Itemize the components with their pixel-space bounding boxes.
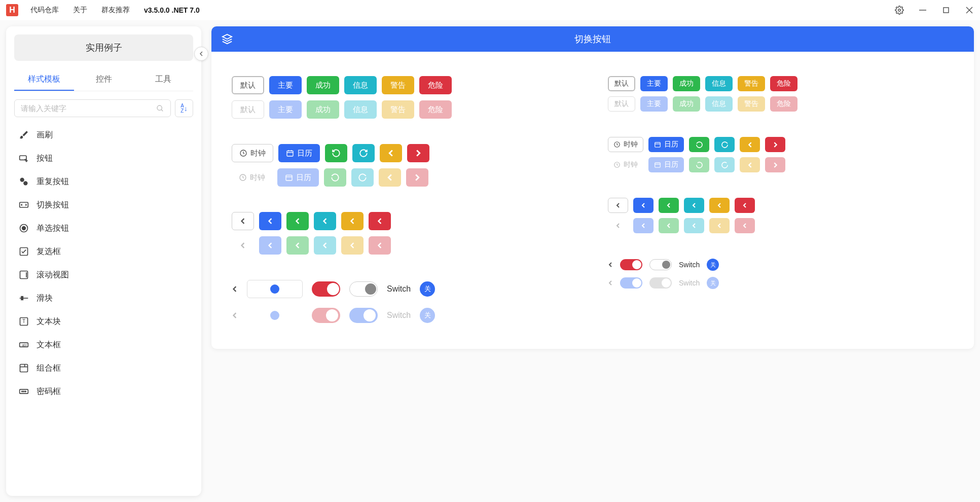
btn-refresh-ccw-disabled[interactable]	[324, 168, 346, 187]
sq-default-disabled[interactable]	[232, 236, 254, 255]
badge-sm-close[interactable]: 关	[707, 259, 719, 271]
sq-sm-danger[interactable]	[735, 198, 755, 213]
switch-off[interactable]	[349, 281, 378, 297]
btn-refresh-cw-disabled[interactable]	[351, 168, 374, 187]
btn-clock-disabled[interactable]: 时钟	[232, 168, 272, 187]
btn-refresh-cw[interactable]	[352, 144, 375, 162]
sq-success[interactable]	[286, 212, 309, 230]
sq-danger[interactable]	[369, 212, 391, 230]
btn-success[interactable]: 成功	[307, 76, 339, 94]
btn-chevron-right[interactable]	[407, 144, 429, 162]
btn-default-disabled[interactable]: 默认	[232, 100, 264, 119]
sq-info[interactable]	[314, 212, 336, 230]
btn-sm-warning[interactable]: 警告	[738, 76, 765, 91]
sq-sm-info[interactable]	[684, 198, 704, 213]
nav-item-combobox[interactable]: 组合框	[14, 356, 193, 380]
btn-sm-danger-disabled[interactable]: 危险	[770, 96, 797, 112]
switch-red-on-disabled[interactable]	[312, 308, 340, 323]
sq-sm-info-disabled[interactable]	[684, 218, 704, 233]
switch-red-on[interactable]	[312, 281, 340, 297]
nav-item-textbox[interactable]: abI文本框	[14, 333, 193, 356]
switch-off-disabled[interactable]	[349, 308, 378, 323]
sq-sm-warning[interactable]	[709, 198, 730, 213]
btn-primary[interactable]: 主要	[269, 76, 302, 94]
nav-item-repeat-button[interactable]: 重复按钮	[14, 170, 193, 193]
nav-item-toggle-button[interactable]: 切换按钮	[14, 193, 193, 217]
btn-sm-warning-disabled[interactable]: 警告	[738, 96, 765, 112]
switch-box-blue-disabled[interactable]	[247, 306, 303, 325]
btn-sm-refresh-cw[interactable]	[714, 137, 735, 152]
btn-sm-default[interactable]: 默认	[608, 76, 635, 91]
sq-info-disabled[interactable]	[314, 236, 336, 255]
sq-sm-success-disabled[interactable]	[659, 218, 679, 233]
sq-sm-primary[interactable]	[633, 198, 654, 213]
btn-sm-calendar-disabled[interactable]: 日历	[648, 157, 684, 172]
btn-warning-disabled[interactable]: 警告	[382, 100, 414, 119]
btn-default[interactable]: 默认	[232, 76, 264, 94]
nav-item-checkbox[interactable]: 复选框	[14, 240, 193, 263]
btn-sm-primary[interactable]: 主要	[640, 76, 668, 91]
btn-sm-clock[interactable]: 时钟	[608, 137, 643, 152]
btn-chevron-right-disabled[interactable]	[406, 168, 428, 187]
search-input[interactable]	[21, 104, 156, 113]
sq-primary-disabled[interactable]	[259, 236, 281, 255]
btn-info-disabled[interactable]: 信息	[344, 100, 377, 119]
nav-item-slider[interactable]: 滑块	[14, 286, 193, 310]
btn-sm-chevron-left[interactable]	[740, 137, 760, 152]
btn-sm-chevron-right-disabled[interactable]	[765, 157, 785, 172]
btn-sm-info[interactable]: 信息	[705, 76, 733, 91]
btn-calendar[interactable]: 日历	[278, 144, 320, 162]
btn-refresh-ccw[interactable]	[325, 144, 347, 162]
btn-success-disabled[interactable]: 成功	[307, 100, 339, 119]
menu-repo[interactable]: 代码仓库	[30, 6, 59, 15]
btn-chevron-left-disabled[interactable]	[379, 168, 401, 187]
btn-sm-refresh-ccw[interactable]	[689, 137, 709, 152]
btn-sm-default-disabled[interactable]: 默认	[608, 96, 635, 112]
maximize-button[interactable]	[941, 6, 951, 15]
badge-sm-close-disabled[interactable]: 关	[707, 277, 719, 289]
close-button[interactable]	[965, 6, 974, 15]
tab-style-template[interactable]: 样式模板	[14, 69, 74, 91]
tab-tools[interactable]: 工具	[133, 69, 193, 91]
switch-sm-blue-disabled[interactable]	[620, 277, 642, 289]
sq-sm-primary-disabled[interactable]	[633, 218, 654, 233]
btn-info[interactable]: 信息	[344, 76, 377, 94]
sq-sm-warning-disabled[interactable]	[709, 218, 730, 233]
sq-warning[interactable]	[341, 212, 364, 230]
btn-chevron-left[interactable]	[380, 144, 402, 162]
btn-danger[interactable]: 危险	[419, 76, 452, 94]
badge-close-disabled[interactable]: 关	[420, 308, 435, 323]
nav-item-passwordbox[interactable]: 密码框	[14, 380, 193, 403]
sq-sm-success[interactable]	[659, 198, 679, 213]
btn-clock[interactable]: 时钟	[232, 144, 273, 162]
btn-warning[interactable]: 警告	[382, 76, 414, 94]
nav-item-button[interactable]: 按钮	[14, 147, 193, 170]
sq-danger-disabled[interactable]	[369, 236, 391, 255]
btn-sm-info-disabled[interactable]: 信息	[705, 96, 733, 112]
btn-sm-success-disabled[interactable]: 成功	[673, 96, 700, 112]
minimize-button[interactable]	[918, 6, 927, 15]
settings-icon[interactable]	[895, 6, 904, 15]
btn-sm-success[interactable]: 成功	[673, 76, 700, 91]
switch-sm-red[interactable]	[620, 259, 642, 270]
sq-warning-disabled[interactable]	[341, 236, 364, 255]
tab-controls[interactable]: 控件	[74, 69, 134, 91]
btn-sm-refresh-ccw-disabled[interactable]	[689, 157, 709, 172]
btn-sm-clock-disabled[interactable]: 时钟	[608, 157, 643, 172]
btn-sm-chevron-right[interactable]	[765, 137, 785, 152]
btn-sm-danger[interactable]: 危险	[770, 76, 797, 91]
sq-primary[interactable]	[259, 212, 281, 230]
sq-sm-danger-disabled[interactable]	[735, 218, 755, 233]
search-box[interactable]	[14, 99, 171, 117]
menu-about[interactable]: 关于	[73, 6, 87, 15]
btn-sm-chevron-left-disabled[interactable]	[740, 157, 760, 172]
sidebar-collapse-button[interactable]	[194, 47, 208, 61]
sq-success-disabled[interactable]	[286, 236, 309, 255]
badge-close[interactable]: 关	[420, 281, 435, 297]
btn-danger-disabled[interactable]: 危险	[419, 100, 452, 119]
nav-item-radio-button[interactable]: 单选按钮	[14, 217, 193, 240]
switch-box-blue[interactable]	[247, 280, 303, 298]
sq-sm-default-disabled[interactable]	[608, 218, 628, 233]
sq-default[interactable]	[232, 212, 254, 230]
sq-sm-default[interactable]	[608, 198, 628, 213]
